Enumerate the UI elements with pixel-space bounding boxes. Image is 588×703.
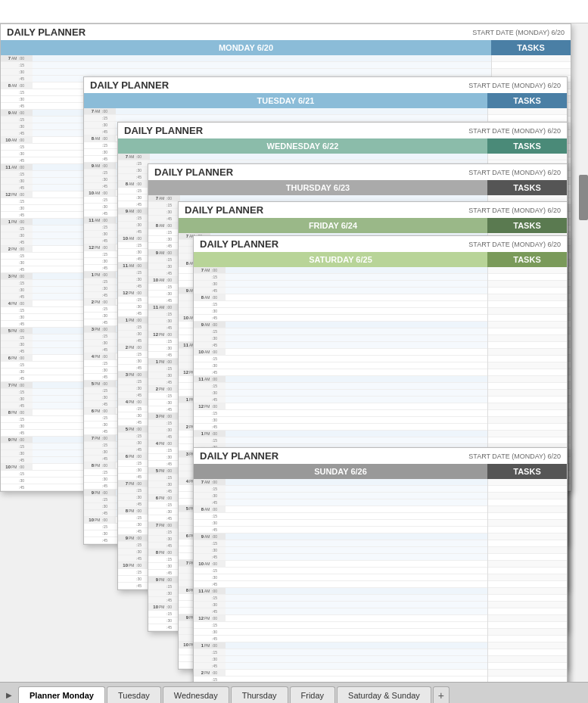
- schedule-slot[interactable]: [226, 383, 487, 390]
- task-slot[interactable]: [488, 588, 567, 595]
- schedule-slot[interactable]: [226, 629, 487, 636]
- tab-planner-monday[interactable]: Planner Monday: [18, 686, 105, 703]
- task-slot[interactable]: [488, 506, 567, 513]
- schedule-slot[interactable]: [33, 55, 491, 62]
- schedule-slot[interactable]: [226, 417, 487, 424]
- task-slot[interactable]: [488, 424, 567, 431]
- schedule-slot[interactable]: [226, 622, 487, 629]
- schedule-slot[interactable]: [226, 588, 487, 595]
- tab-tuesday[interactable]: Tuesday: [107, 686, 161, 703]
- task-slot[interactable]: [488, 437, 567, 444]
- task-slot[interactable]: [488, 356, 567, 362]
- task-slot[interactable]: [488, 431, 567, 437]
- task-slot[interactable]: [488, 288, 567, 294]
- task-slot[interactable]: [488, 383, 567, 390]
- schedule-slot[interactable]: [116, 108, 487, 115]
- schedule-slot[interactable]: [226, 506, 487, 513]
- task-slot[interactable]: [488, 397, 567, 403]
- task-slot[interactable]: [488, 328, 567, 335]
- schedule-slot[interactable]: [226, 513, 487, 520]
- task-slot[interactable]: [492, 62, 571, 69]
- task-slot[interactable]: [488, 642, 567, 649]
- schedule-slot[interactable]: [150, 154, 487, 160]
- task-slot[interactable]: [488, 670, 567, 677]
- task-slot[interactable]: [488, 417, 567, 424]
- task-slot[interactable]: [488, 622, 567, 629]
- schedule-slot[interactable]: [226, 322, 487, 328]
- task-slot[interactable]: [488, 581, 567, 588]
- schedule-slot[interactable]: [226, 602, 487, 608]
- task-slot[interactable]: [488, 349, 567, 356]
- schedule-slot[interactable]: [226, 493, 487, 499]
- schedule-slot[interactable]: [226, 677, 487, 682]
- schedule-slot[interactable]: [226, 642, 487, 649]
- schedule-slot[interactable]: [226, 288, 487, 294]
- task-slot[interactable]: [488, 677, 567, 682]
- task-slot[interactable]: [488, 342, 567, 349]
- schedule-slot[interactable]: [226, 410, 487, 417]
- task-slot[interactable]: [488, 376, 567, 383]
- task-slot[interactable]: [488, 540, 567, 547]
- task-slot[interactable]: [488, 656, 567, 663]
- schedule-slot[interactable]: [226, 581, 487, 588]
- schedule-slot[interactable]: [226, 301, 487, 308]
- task-slot[interactable]: [488, 315, 567, 322]
- schedule-slot[interactable]: [226, 499, 487, 506]
- task-slot[interactable]: [488, 513, 567, 520]
- schedule-slot[interactable]: [226, 479, 487, 486]
- schedule-slot[interactable]: [226, 568, 487, 574]
- schedule-slot[interactable]: [226, 390, 487, 397]
- schedule-slot[interactable]: [226, 281, 487, 288]
- task-slot[interactable]: [488, 335, 567, 342]
- schedule-col-sunday[interactable]: [226, 479, 487, 682]
- task-slot[interactable]: [488, 520, 567, 527]
- task-slot[interactable]: [488, 486, 567, 493]
- task-slot[interactable]: [488, 390, 567, 397]
- task-slot[interactable]: [488, 636, 567, 642]
- task-slot[interactable]: [488, 274, 567, 281]
- schedule-slot[interactable]: [226, 267, 487, 274]
- task-slot[interactable]: [488, 602, 567, 608]
- task-slot[interactable]: [488, 294, 567, 301]
- task-slot[interactable]: [488, 533, 567, 540]
- schedule-slot[interactable]: [226, 403, 487, 410]
- schedule-slot[interactable]: [226, 554, 487, 561]
- schedule-slot[interactable]: [226, 663, 487, 670]
- schedule-slot[interactable]: [226, 356, 487, 362]
- task-slot[interactable]: [488, 608, 567, 615]
- task-slot[interactable]: [488, 493, 567, 499]
- task-slot[interactable]: [488, 547, 567, 554]
- schedule-slot[interactable]: [226, 486, 487, 493]
- schedule-slot[interactable]: [226, 649, 487, 656]
- schedule-slot[interactable]: [226, 656, 487, 663]
- schedule-slot[interactable]: [33, 69, 491, 76]
- tab-wednesday[interactable]: Wednesday: [163, 686, 229, 703]
- task-slot[interactable]: [488, 595, 567, 602]
- task-slot[interactable]: [488, 322, 567, 328]
- schedule-slot[interactable]: [226, 335, 487, 342]
- schedule-slot[interactable]: [226, 527, 487, 533]
- schedule-slot[interactable]: [226, 397, 487, 403]
- schedule-slot[interactable]: [226, 294, 487, 301]
- schedule-slot[interactable]: [226, 424, 487, 431]
- task-slot[interactable]: [488, 629, 567, 636]
- schedule-slot[interactable]: [226, 561, 487, 568]
- task-slot[interactable]: [488, 527, 567, 533]
- schedule-slot[interactable]: [226, 636, 487, 642]
- schedule-slot[interactable]: [226, 547, 487, 554]
- tasks-col-sunday[interactable]: [487, 479, 567, 682]
- schedule-slot[interactable]: [116, 115, 487, 122]
- schedule-slot[interactable]: [226, 328, 487, 335]
- task-slot[interactable]: [488, 403, 567, 410]
- task-slot[interactable]: [488, 554, 567, 561]
- schedule-slot[interactable]: [226, 670, 487, 677]
- tab-thursday[interactable]: Thursday: [231, 686, 288, 703]
- task-slot[interactable]: [492, 69, 571, 76]
- task-slot[interactable]: [488, 561, 567, 568]
- scroll-indicator[interactable]: [579, 175, 588, 220]
- task-slot[interactable]: [488, 281, 567, 288]
- task-slot[interactable]: [488, 362, 567, 369]
- schedule-slot[interactable]: [226, 574, 487, 581]
- tab-add-button[interactable]: +: [433, 686, 450, 703]
- schedule-slot[interactable]: [226, 615, 487, 622]
